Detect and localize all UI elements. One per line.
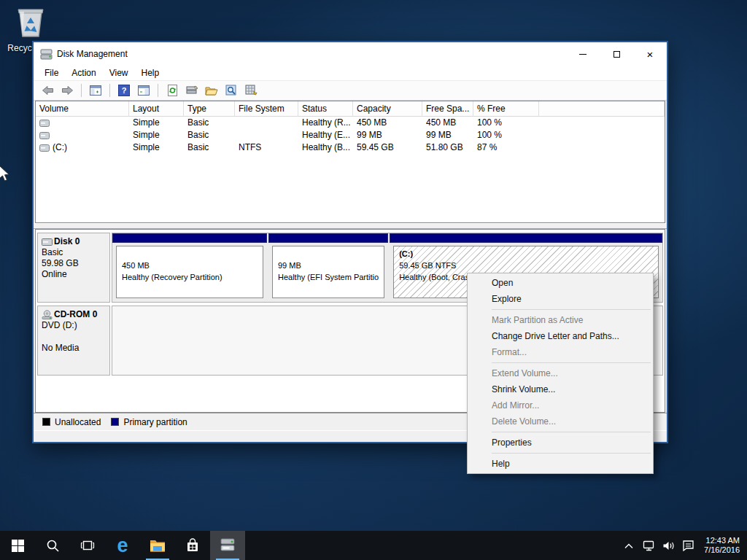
menu-help[interactable]: Help [135, 66, 166, 79]
taskbar-clock[interactable]: 12:43 AM 7/16/2016 [701, 536, 740, 555]
cell-status: Healthy (R... [298, 117, 353, 129]
column-header-volume[interactable]: Volume [36, 101, 129, 117]
menu-item-open[interactable]: Open [468, 275, 653, 291]
cell-pct-free: 87 % [473, 141, 539, 154]
console-tree-icon [90, 85, 101, 96]
volume-tray-button[interactable] [662, 531, 675, 560]
volume-icon [39, 120, 50, 127]
menu-item-help[interactable]: Help [468, 456, 653, 472]
start-button[interactable] [0, 531, 35, 560]
close-button[interactable]: × [633, 42, 667, 66]
cell-free: 99 MB [422, 129, 473, 141]
minimize-button[interactable] [566, 42, 600, 66]
partition-size: 450 MB [122, 260, 258, 271]
menu-item-shrink-volume[interactable]: Shrink Volume... [468, 381, 653, 397]
disk-icon [42, 238, 53, 246]
find-icon [225, 85, 237, 96]
partition-context-menu: Open Explore Mark Partition as Active Ch… [467, 273, 654, 474]
pane-splitter[interactable] [34, 223, 667, 229]
menu-bar: File Action View Help [34, 66, 667, 81]
close-icon: × [647, 49, 654, 60]
cell-fs [235, 117, 298, 129]
search-button[interactable] [35, 531, 70, 560]
menu-action[interactable]: Action [65, 66, 102, 79]
menu-view[interactable]: View [103, 66, 135, 79]
menu-item-explore[interactable]: Explore [468, 291, 653, 307]
column-header-free-space[interactable]: Free Spa... [422, 101, 473, 117]
cell-type: Basic [184, 141, 235, 154]
action-center-icon [682, 540, 694, 551]
menu-item-change-drive-letter[interactable]: Change Drive Letter and Paths... [468, 328, 653, 344]
column-header-file-system[interactable]: File System [235, 101, 298, 117]
clock-date: 7/16/2016 [704, 545, 740, 555]
properties-icon [186, 85, 198, 96]
volume-row-1-name[interactable] [36, 117, 129, 129]
network-tray-button[interactable] [642, 531, 655, 560]
partition-size: 59.45 GB NTFS [399, 260, 653, 271]
primary-partition-swatch [111, 418, 119, 426]
cell-fs [235, 129, 298, 141]
cell-capacity: 450 MB [353, 117, 422, 129]
help-button[interactable]: ? [116, 82, 132, 98]
cdrom-label: CD-ROM 0 [54, 309, 97, 320]
find-button[interactable] [223, 82, 239, 98]
search-icon [46, 539, 60, 553]
partition-color-bar [268, 233, 388, 243]
cell-free: 450 MB [422, 117, 473, 129]
properties-button[interactable] [184, 82, 200, 98]
refresh-icon [167, 85, 178, 96]
volume-list: Volume Layout Type File System Status Ca… [35, 101, 665, 223]
disk-settings-button[interactable] [243, 82, 259, 98]
disk-management-app-icon [40, 49, 53, 60]
toolbar: ? [34, 81, 667, 101]
disk0-label: Disk 0 [54, 236, 80, 247]
cell-type: Basic [184, 117, 235, 129]
partition-efi[interactable]: 99 MB Healthy (EFI System Partitio [268, 233, 388, 302]
volume-icon [39, 144, 50, 152]
column-header-status[interactable]: Status [298, 101, 353, 117]
column-header-capacity[interactable]: Capacity [353, 101, 422, 117]
column-header-layout[interactable]: Layout [129, 101, 184, 117]
action-center-button[interactable] [681, 531, 694, 560]
volume-row-3-name[interactable]: (C:) [36, 141, 129, 154]
disk0-header[interactable]: Disk 0 Basic 59.98 GB Online [37, 233, 110, 303]
cdrom-media-status: No Media [42, 343, 106, 354]
open-button[interactable] [204, 82, 220, 98]
forward-button[interactable] [59, 82, 75, 98]
column-header-pct-free[interactable]: % Free [473, 101, 539, 117]
edge-button[interactable]: e [105, 531, 140, 560]
column-header-type[interactable]: Type [184, 101, 235, 117]
partition-color-bar [112, 233, 267, 243]
tray-chevron-button[interactable] [622, 531, 635, 560]
cell-fs: NTFS [235, 141, 298, 154]
back-button[interactable] [39, 82, 55, 98]
disk-management-taskbar-button[interactable] [210, 531, 245, 560]
disk-settings-icon [245, 85, 258, 96]
partition-name: (C:) [399, 248, 653, 260]
mouse-cursor [0, 165, 9, 182]
taskbar: e [0, 531, 747, 560]
partition-recovery[interactable]: 450 MB Healthy (Recovery Partition) [112, 233, 267, 302]
file-explorer-button[interactable] [140, 531, 175, 560]
volume-row-2-name[interactable] [36, 129, 129, 141]
maximize-button[interactable] [600, 42, 633, 66]
show-console-tree-button[interactable] [88, 82, 104, 98]
cell-layout: Simple [129, 129, 184, 141]
toolbar-separator [81, 84, 82, 97]
menu-item-properties[interactable]: Properties [468, 435, 653, 451]
menu-file[interactable]: File [38, 66, 65, 79]
cdrom-header[interactable]: CD-ROM 0 DVD (D:) No Media [37, 306, 110, 376]
speaker-icon [662, 540, 675, 551]
show-action-pane-button[interactable] [136, 82, 152, 98]
window-title: Disk Management [57, 49, 128, 59]
cell-pct-free: 100 % [473, 117, 539, 129]
titlebar[interactable]: Disk Management × [34, 42, 667, 66]
cell-pct-free: 100 % [473, 129, 539, 141]
refresh-button[interactable] [164, 82, 180, 98]
back-icon [42, 85, 54, 96]
disk-management-icon [219, 537, 236, 553]
disk0-size: 59.98 GB [42, 258, 106, 269]
task-view-icon [80, 540, 95, 551]
store-button[interactable] [175, 531, 210, 560]
task-view-button[interactable] [70, 531, 105, 560]
